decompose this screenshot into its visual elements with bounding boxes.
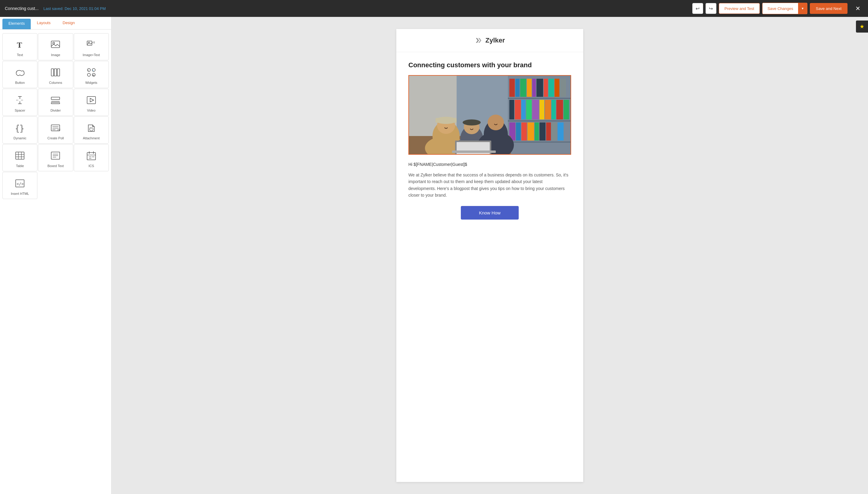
element-divider-label: Divider bbox=[50, 109, 61, 112]
svg-point-101 bbox=[488, 115, 504, 130]
element-image-text[interactable]: +T Image+Text bbox=[74, 33, 109, 60]
element-text[interactable]: T Text bbox=[2, 33, 37, 60]
star-button[interactable]: ★ bbox=[856, 20, 868, 33]
svg-rect-79 bbox=[535, 122, 539, 140]
app-title: Connecting cust... bbox=[5, 6, 39, 11]
svg-rect-7 bbox=[54, 69, 57, 76]
save-changes-dropdown[interactable]: ▾ bbox=[798, 3, 807, 14]
save-next-button[interactable]: Save and Next bbox=[810, 3, 848, 14]
svg-rect-66 bbox=[515, 100, 521, 119]
email-body: Connecting customers with your brand bbox=[396, 52, 583, 232]
element-image-text-label: Image+Text bbox=[83, 53, 100, 57]
text-icon: T bbox=[14, 39, 26, 51]
save-changes-button[interactable]: Save Changes bbox=[763, 3, 798, 14]
svg-rect-69 bbox=[532, 100, 539, 119]
element-insert-html-label: Insert HTML bbox=[11, 192, 29, 195]
email-hero-image bbox=[409, 76, 571, 154]
image-icon bbox=[50, 39, 61, 51]
divider-icon bbox=[50, 94, 61, 106]
svg-text:+T: +T bbox=[92, 41, 95, 44]
element-boxed-text[interactable]: Boxed Text bbox=[38, 144, 73, 171]
element-button[interactable]: Button bbox=[2, 61, 37, 88]
element-columns[interactable]: Columns bbox=[38, 61, 73, 88]
element-widgets[interactable]: f t in + Widgets bbox=[74, 61, 109, 88]
svg-rect-63 bbox=[555, 79, 559, 97]
element-video-label: Video bbox=[87, 109, 96, 112]
element-text-label: Text bbox=[17, 53, 23, 57]
spacer-icon bbox=[14, 94, 26, 106]
element-image-label: Image bbox=[51, 53, 60, 57]
svg-rect-80 bbox=[539, 122, 546, 140]
email-heading: Connecting customers with your brand bbox=[408, 61, 571, 69]
svg-rect-68 bbox=[526, 100, 532, 119]
svg-rect-23 bbox=[51, 97, 60, 99]
svg-point-11 bbox=[87, 73, 91, 76]
svg-text:ABC: ABC bbox=[57, 128, 60, 131]
svg-text:}: } bbox=[20, 124, 23, 133]
element-image[interactable]: Image bbox=[38, 33, 73, 60]
svg-rect-104 bbox=[452, 151, 496, 153]
svg-rect-73 bbox=[556, 100, 563, 119]
left-panel: Elements Layouts Design T Text Image bbox=[0, 17, 112, 494]
element-create-poll-label: Create Poll bbox=[47, 136, 64, 140]
tab-elements[interactable]: Elements bbox=[2, 19, 31, 29]
button-icon bbox=[14, 66, 26, 78]
element-insert-html[interactable]: </> Insert HTML bbox=[2, 172, 37, 199]
svg-rect-1 bbox=[51, 41, 60, 48]
svg-rect-61 bbox=[544, 79, 548, 97]
element-ics-label: ICS bbox=[88, 164, 94, 168]
save-status: Last saved: Dec 10, 2021 01:04 PM bbox=[43, 6, 106, 11]
element-create-poll[interactable]: ABC Create Poll bbox=[38, 116, 73, 144]
element-dynamic-label: Dynamic bbox=[14, 136, 26, 140]
svg-rect-60 bbox=[536, 79, 543, 97]
preview-button[interactable]: Preview and Test bbox=[719, 3, 760, 14]
element-ics[interactable]: ICS bbox=[74, 144, 109, 171]
svg-marker-27 bbox=[90, 98, 94, 102]
undo-button[interactable]: ↩ bbox=[692, 3, 703, 14]
elements-grid: T Text Image +T bbox=[0, 30, 111, 203]
element-spacer[interactable]: Spacer bbox=[2, 89, 37, 116]
redo-button[interactable]: ↪ bbox=[706, 3, 716, 14]
element-spacer-label: Spacer bbox=[15, 109, 25, 112]
element-table-label: Table bbox=[16, 164, 24, 168]
email-image-container bbox=[408, 75, 571, 155]
tab-layouts[interactable]: Layouts bbox=[31, 17, 57, 29]
close-button[interactable]: ✕ bbox=[852, 3, 863, 14]
main-area: Elements Layouts Design T Text Image bbox=[0, 17, 868, 494]
element-attachment-label: Attachment bbox=[83, 136, 100, 140]
svg-rect-55 bbox=[509, 79, 515, 97]
ics-icon bbox=[85, 150, 97, 162]
element-video[interactable]: Video bbox=[74, 89, 109, 116]
hero-svg bbox=[409, 76, 571, 154]
topbar: Connecting cust... Last saved: Dec 10, 2… bbox=[0, 0, 868, 17]
svg-text:{: { bbox=[16, 124, 19, 133]
svg-rect-62 bbox=[549, 79, 554, 97]
svg-rect-77 bbox=[521, 122, 527, 140]
svg-rect-74 bbox=[564, 100, 569, 119]
svg-text:+: + bbox=[93, 74, 94, 77]
email-cta-button[interactable]: Know How bbox=[461, 206, 519, 220]
element-attachment[interactable]: Attachment bbox=[74, 116, 109, 144]
svg-rect-8 bbox=[57, 69, 60, 76]
dynamic-icon: {} bbox=[14, 122, 26, 134]
element-divider[interactable]: Divider bbox=[38, 89, 73, 116]
tab-design[interactable]: Design bbox=[57, 17, 81, 29]
svg-rect-65 bbox=[509, 100, 514, 119]
email-preview: Zylker Connecting customers with your br… bbox=[396, 29, 583, 482]
svg-rect-64 bbox=[560, 79, 566, 97]
svg-text:</>: </> bbox=[17, 182, 24, 186]
element-boxed-text-label: Boxed Text bbox=[47, 164, 64, 168]
email-header: Zylker bbox=[396, 29, 583, 52]
element-table[interactable]: Table bbox=[2, 144, 37, 171]
image-text-icon: +T bbox=[85, 39, 97, 51]
video-icon bbox=[85, 94, 97, 106]
email-greeting: Hi $[FNAME|Customer|Guest]$ bbox=[408, 162, 571, 167]
topbar-actions: ↩ ↪ Preview and Test Save Changes ▾ Save… bbox=[692, 3, 863, 14]
svg-rect-83 bbox=[557, 122, 564, 140]
element-dynamic[interactable]: {} Dynamic bbox=[2, 116, 37, 144]
create-poll-icon: ABC bbox=[50, 122, 61, 134]
logo-icon bbox=[475, 36, 483, 45]
svg-rect-57 bbox=[520, 79, 526, 97]
svg-rect-76 bbox=[516, 122, 521, 140]
svg-rect-78 bbox=[528, 122, 534, 140]
